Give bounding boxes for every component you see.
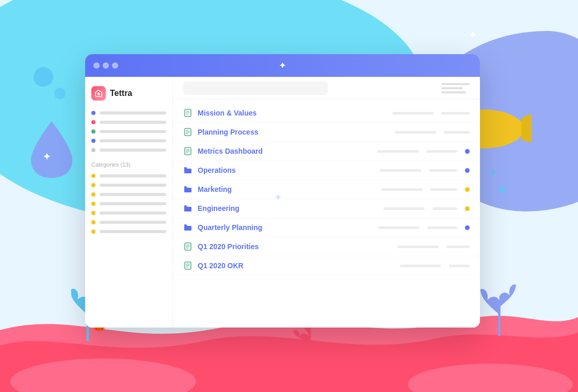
item-label-q1-okr: Q1 2020 OKR <box>198 262 395 270</box>
svg-point-11 <box>98 93 100 95</box>
sidebar-nav-item[interactable] <box>91 139 166 143</box>
item-meta-line-2 <box>426 150 457 153</box>
app-header: Tettra <box>91 86 166 101</box>
nav-line <box>100 184 166 187</box>
doc-icon <box>183 146 192 156</box>
list-item[interactable]: Planning Process <box>173 123 480 142</box>
doc-icon <box>183 127 192 137</box>
nav-line <box>100 149 166 152</box>
nav-line <box>100 174 166 177</box>
item-meta <box>380 168 470 173</box>
item-label-metrics: Metrics Dashboard <box>198 147 372 155</box>
folder-icon <box>183 166 192 175</box>
item-dot <box>465 168 470 173</box>
sidebar-category-item[interactable] <box>91 174 166 178</box>
item-meta-line <box>378 226 420 229</box>
coral-right <box>477 276 521 340</box>
list-item[interactable]: Engineering <box>173 199 480 218</box>
item-meta-line-2 <box>432 207 457 210</box>
item-meta <box>383 206 470 211</box>
list-item[interactable]: Q1 2020 OKR <box>173 256 480 275</box>
item-meta <box>400 265 470 267</box>
folder-icon <box>183 223 192 232</box>
nav-dot <box>91 230 95 234</box>
traffic-light-maximize[interactable] <box>112 62 118 69</box>
sidebar-category-item[interactable] <box>91 220 166 224</box>
sidebar-category-item[interactable] <box>91 202 166 206</box>
sidebar-nav-item[interactable] <box>91 129 166 134</box>
main-search-bar[interactable] <box>183 81 328 95</box>
nav-dot <box>91 220 95 224</box>
item-meta-line-2 <box>441 112 470 115</box>
nav-dot <box>91 129 95 134</box>
items-list: Mission & Values <box>173 100 480 280</box>
list-item[interactable]: Quarterly Planning <box>173 218 480 237</box>
nav-line <box>100 221 166 224</box>
item-meta-line-2 <box>446 246 470 248</box>
nav-dot <box>91 192 95 197</box>
item-meta-line <box>381 188 423 191</box>
list-item[interactable]: Mission & Values <box>173 104 480 123</box>
filter-line-1 <box>441 83 470 85</box>
nav-line <box>100 130 166 133</box>
item-label-q1-priorities: Q1 2020 Priorities <box>198 242 392 251</box>
item-label-marketing: Marketing <box>198 185 376 193</box>
sidebar-nav-item[interactable] <box>91 148 166 152</box>
nav-line <box>100 139 166 142</box>
item-dot <box>465 187 470 192</box>
item-meta <box>392 112 470 115</box>
nav-line <box>100 111 166 115</box>
cross-decoration: ✦ <box>274 191 283 204</box>
nav-line <box>100 121 166 124</box>
categories-label: Categories (13) <box>91 161 166 168</box>
item-meta <box>395 131 470 134</box>
sidebar-category-item[interactable] <box>91 183 166 187</box>
filter-line-2 <box>441 87 463 89</box>
list-item[interactable]: Operations <box>173 161 480 180</box>
sidebar-nav-item[interactable] <box>91 120 166 124</box>
app-name: Tettra <box>110 89 132 98</box>
nav-dot <box>91 174 95 178</box>
folder-icon <box>183 185 192 194</box>
item-meta <box>397 246 470 248</box>
water-drop: ✦ <box>28 119 75 181</box>
app-logo <box>91 86 106 101</box>
circle-sm-1 <box>491 170 495 175</box>
item-meta-line <box>395 131 436 134</box>
doc-icon <box>183 242 192 251</box>
filter-lines <box>441 83 470 93</box>
item-label-mission: Mission & Values <box>198 109 387 117</box>
sidebar-category-item[interactable] <box>91 192 166 197</box>
list-item[interactable]: Metrics Dashboard <box>173 142 480 161</box>
item-label-operations: Operations <box>198 166 375 174</box>
nav-line <box>100 193 166 196</box>
nav-dot <box>91 148 95 152</box>
item-meta-line <box>383 207 425 210</box>
sidebar-category-item[interactable] <box>91 230 166 234</box>
item-meta-line-2 <box>429 169 457 172</box>
nav-dot <box>91 111 95 115</box>
nav-dot <box>91 202 95 206</box>
item-dot <box>465 225 470 230</box>
nav-dot <box>91 183 95 187</box>
item-meta-line <box>377 150 419 153</box>
list-item[interactable]: Q1 2020 Priorities <box>173 237 480 256</box>
sidebar-nav <box>91 111 166 152</box>
traffic-light-close[interactable] <box>93 62 100 69</box>
item-label-planning-process: Planning Process <box>198 128 390 136</box>
sparkles-top-right: ✦ <box>468 28 477 42</box>
doc-icon <box>183 108 192 118</box>
traffic-light-minimize[interactable] <box>103 62 109 69</box>
main-content: Mission & Values <box>173 77 480 328</box>
list-item[interactable]: Marketing <box>173 180 480 199</box>
item-label-quarterly-planning: Quarterly Planning <box>198 223 373 232</box>
item-meta-line-2 <box>427 226 457 229</box>
nav-line <box>100 230 166 233</box>
item-meta-line-2 <box>430 188 457 191</box>
main-top-bar <box>173 77 480 100</box>
item-meta-line <box>400 265 441 267</box>
folder-icon <box>183 204 192 213</box>
sidebar-nav-item[interactable] <box>91 111 166 115</box>
sidebar-category-item[interactable] <box>91 211 166 215</box>
sidebar-category-items <box>91 174 166 234</box>
